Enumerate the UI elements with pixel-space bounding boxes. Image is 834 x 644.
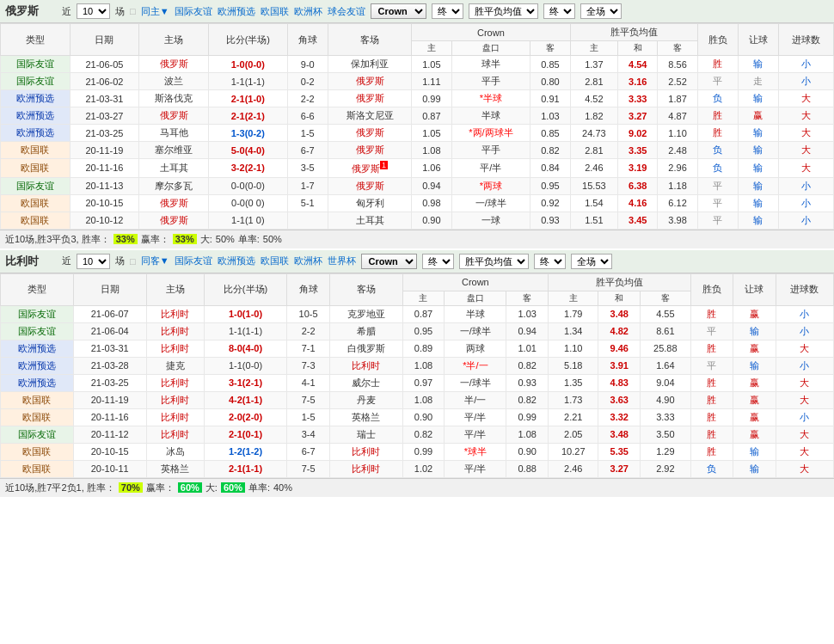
table-cell[interactable]: 比利时 xyxy=(146,426,204,443)
table-cell: 0.99 xyxy=(402,443,445,460)
table-cell: 4-1 xyxy=(287,374,330,391)
end-select-1[interactable]: 终 xyxy=(432,3,463,19)
table-cell[interactable]: 匈牙利 xyxy=(328,194,411,212)
table-cell[interactable]: 马耳他 xyxy=(139,125,209,142)
crown-select[interactable]: Crown xyxy=(361,254,417,269)
earn-rate: 33% xyxy=(173,234,197,244)
table-cell: 0.90 xyxy=(402,408,445,426)
table-cell[interactable]: 白俄罗斯 xyxy=(329,340,402,357)
end-select-2[interactable]: 终 xyxy=(534,254,566,269)
table-cell[interactable]: 保加利亚 xyxy=(328,56,411,73)
end-select-1[interactable]: 终 xyxy=(422,254,454,269)
table-cell: 2.46 xyxy=(570,159,618,178)
table-cell: 2-1(2-1) xyxy=(208,107,287,125)
table-cell: 4.87 xyxy=(658,107,697,125)
match-type-filter[interactable]: 世界杯 xyxy=(328,255,356,267)
recent-select[interactable]: 10 xyxy=(77,3,110,19)
table-cell[interactable]: 摩尔多瓦 xyxy=(139,177,209,194)
table-cell[interactable]: 斯洛文尼亚 xyxy=(328,107,411,125)
table-cell: 国际友谊 xyxy=(1,426,74,443)
match-type-filter[interactable]: 欧洲预选 xyxy=(218,5,255,18)
table-cell[interactable]: 克罗地亚 xyxy=(329,305,402,322)
table-cell[interactable]: 丹麦 xyxy=(329,391,402,408)
table-cell[interactable]: 比利时 xyxy=(329,443,402,460)
full-select[interactable]: 全场 xyxy=(580,3,622,19)
table-cell[interactable]: 俄罗斯 xyxy=(139,56,209,73)
sub-header: 和 xyxy=(598,291,641,305)
table-cell[interactable]: 土耳其 xyxy=(139,159,209,178)
table-cell[interactable]: 俄罗斯 xyxy=(328,73,411,90)
table-cell: 1.34 xyxy=(549,322,598,340)
match-type-filter[interactable]: 欧洲预选 xyxy=(218,255,255,267)
table-cell: 1-3(0-2) xyxy=(208,125,287,142)
table-cell[interactable]: 冰岛 xyxy=(146,443,204,460)
table-cell[interactable]: 塞尔维亚 xyxy=(139,142,209,159)
table-cell: 0.85 xyxy=(530,56,570,73)
table-cell: 欧洲预选 xyxy=(1,125,71,142)
match-type-filter[interactable]: 国际友谊 xyxy=(175,255,212,267)
match-type-filter[interactable]: 欧洲杯 xyxy=(294,255,322,267)
match-type-filter[interactable]: 欧国联 xyxy=(261,255,289,267)
match-type-filter[interactable]: 同客▼ xyxy=(141,255,169,267)
table-cell[interactable]: 比利时 xyxy=(146,391,204,408)
odds-type-select[interactable]: 胜平负均值 xyxy=(469,3,538,19)
table-cell[interactable]: 英格兰 xyxy=(146,460,204,477)
table-cell: 0.80 xyxy=(530,73,570,90)
match-type-filter[interactable]: 同主▼ xyxy=(141,5,169,18)
table-cell: 9-0 xyxy=(287,56,328,73)
crown-select[interactable]: Crown xyxy=(371,3,426,19)
table-cell: 小 xyxy=(779,73,834,90)
table-cell: 欧国联 xyxy=(1,460,74,477)
section-belgium: 比利时 近 10 场 □ 同客▼国际友谊欧洲预选欧国联欧洲杯世界杯 Crown … xyxy=(0,250,834,497)
table-cell[interactable]: 俄罗斯 xyxy=(139,212,209,229)
table-cell[interactable]: 俄罗斯 xyxy=(328,142,411,159)
recent-select[interactable]: 10 xyxy=(77,254,110,269)
table-cell[interactable]: 土耳其 xyxy=(328,212,411,229)
table-cell[interactable]: 瑞士 xyxy=(329,426,402,443)
full-select[interactable]: 全场 xyxy=(571,254,612,269)
table-cell[interactable]: 波兰 xyxy=(139,73,209,90)
table-cell[interactable]: 希腊 xyxy=(329,322,402,340)
sub-header: 和 xyxy=(618,41,658,56)
table-cell: 胜 xyxy=(690,305,733,322)
table-cell: 1-2(1-2) xyxy=(204,443,286,460)
table-cell: 25.88 xyxy=(641,340,690,357)
table-cell: 20-10-11 xyxy=(73,460,146,477)
table-cell[interactable]: 比利时 xyxy=(146,374,204,391)
sub-header: 盘口 xyxy=(451,41,530,56)
table-cell: 小 xyxy=(776,408,833,426)
table-cell: 0.93 xyxy=(530,212,570,229)
table-cell[interactable]: 俄罗斯 xyxy=(139,107,209,125)
match-type-filter[interactable]: 国际友谊 xyxy=(175,5,212,18)
match-type-filter[interactable]: 球会友谊 xyxy=(328,5,365,18)
table-cell[interactable]: 比利时 xyxy=(146,340,204,357)
match-type-filter[interactable]: 欧洲杯 xyxy=(294,5,322,18)
table-cell[interactable]: 俄罗斯 xyxy=(328,90,411,107)
table-cell: 21-03-27 xyxy=(70,107,139,125)
table-cell[interactable]: 俄罗斯1 xyxy=(328,159,411,178)
table-cell[interactable]: 威尔士 xyxy=(329,374,402,391)
table-cell: 2-2 xyxy=(287,322,330,340)
end-select-2[interactable]: 终 xyxy=(543,3,575,19)
table-cell[interactable]: 比利时 xyxy=(146,305,204,322)
table-cell: 20-11-16 xyxy=(70,159,139,178)
table-cell: 2.81 xyxy=(570,73,618,90)
table-cell: 大 xyxy=(776,443,833,460)
table-cell[interactable]: 俄罗斯 xyxy=(139,194,209,212)
table-cell[interactable]: 俄罗斯 xyxy=(328,177,411,194)
odds-type-select[interactable]: 胜平负均值 xyxy=(459,254,529,269)
table-cell[interactable]: 俄罗斯 xyxy=(328,125,411,142)
table-cell[interactable]: 英格兰 xyxy=(329,408,402,426)
table-cell[interactable]: 比利时 xyxy=(146,408,204,426)
table-cell: 国际友谊 xyxy=(1,322,74,340)
table-cell[interactable]: 捷克 xyxy=(146,357,204,374)
table-cell: 2.96 xyxy=(658,159,697,178)
table-cell[interactable]: 比利时 xyxy=(329,460,402,477)
match-type-filter[interactable]: 欧国联 xyxy=(261,5,289,18)
table-cell[interactable]: 比利时 xyxy=(329,357,402,374)
table-cell: 大 xyxy=(776,374,833,391)
table-cell: 0-0(0 0) xyxy=(208,194,287,212)
table-cell[interactable]: 斯洛伐克 xyxy=(139,90,209,107)
col-header: 主场 xyxy=(139,24,209,56)
table-cell[interactable]: 比利时 xyxy=(146,322,204,340)
